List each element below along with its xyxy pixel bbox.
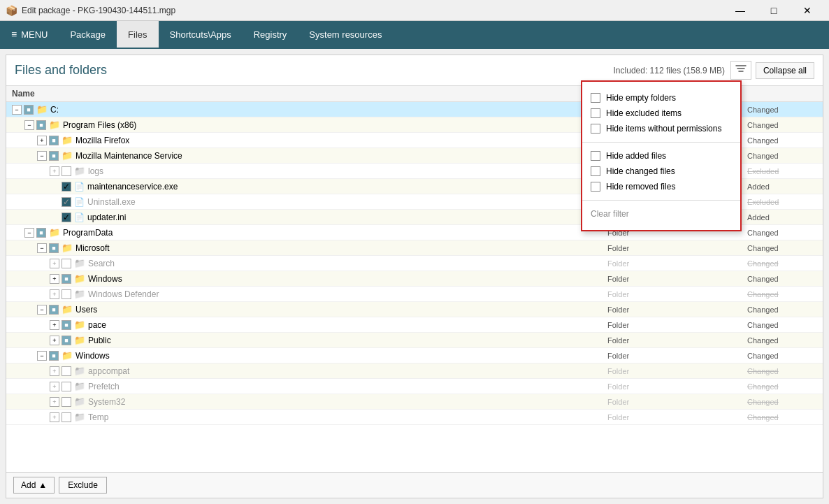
expand-button[interactable]: + xyxy=(50,320,59,330)
row-checkbox[interactable] xyxy=(62,366,71,376)
table-row[interactable]: +📁PrefetchFolderChanged xyxy=(6,379,823,394)
filter-option-label: Hide items without permissions xyxy=(606,124,721,134)
expand-button[interactable]: + xyxy=(50,412,59,422)
cell-name: −■📁Microsoft xyxy=(12,243,607,253)
menu-item-files[interactable]: Files xyxy=(117,21,158,49)
filter-option-hide-excluded[interactable]: Hide excluded items xyxy=(582,106,740,121)
row-checkbox[interactable] xyxy=(62,382,71,391)
cell-name: −■📁C: xyxy=(12,104,607,115)
row-checkbox[interactable] xyxy=(62,166,71,176)
table-row[interactable]: −■📁MicrosoftFolderChanged xyxy=(6,240,823,256)
folder-icon: 📁 xyxy=(62,304,73,315)
row-checkbox[interactable]: ■ xyxy=(49,305,59,315)
row-checkbox[interactable]: ✓ xyxy=(62,182,71,192)
table-row[interactable]: +■📁paceFolderChanged xyxy=(6,317,823,333)
filter-option-hide-empty[interactable]: Hide empty folders xyxy=(582,90,740,106)
file-name: logs xyxy=(88,166,103,176)
table-row[interactable]: −■📁UsersFolderChanged xyxy=(6,302,823,317)
cell-status: Changed xyxy=(747,121,817,129)
row-checkbox[interactable]: ✓ xyxy=(62,197,71,207)
cell-name: +■📁Mozilla Firefox xyxy=(12,135,607,145)
expand-button[interactable]: + xyxy=(50,366,59,376)
filter-checkbox xyxy=(591,166,600,176)
cell-status: Changed xyxy=(747,413,817,422)
collapse-button[interactable]: − xyxy=(37,351,47,361)
filter-section-1: Hide empty foldersHide excluded itemsHid… xyxy=(582,87,740,139)
cell-type: Folder xyxy=(607,352,663,360)
cell-status: Changed xyxy=(747,136,817,145)
exclude-button[interactable]: Exclude xyxy=(59,477,107,494)
collapse-button[interactable]: − xyxy=(37,243,47,253)
collapse-button[interactable]: − xyxy=(12,105,22,115)
filter-button[interactable] xyxy=(730,61,751,80)
filter-option-hide-added[interactable]: Hide added files xyxy=(582,148,740,164)
menu-item-package[interactable]: Package xyxy=(59,21,117,49)
table-row[interactable]: +📁appcompatFolderChanged xyxy=(6,363,823,379)
folder-excluded-icon: 📁 xyxy=(74,258,85,268)
collapse-button[interactable]: − xyxy=(24,228,34,238)
filter-option-hide-removed[interactable]: Hide removed files xyxy=(582,179,740,194)
row-checkbox[interactable]: ■ xyxy=(49,136,59,145)
table-row[interactable]: +📁Windows DefenderFolderChanged xyxy=(6,287,823,302)
file-name: Uninstall.exe xyxy=(87,197,136,207)
row-checkbox[interactable]: ■ xyxy=(62,274,71,284)
table-row[interactable]: +📁TempFolderChanged xyxy=(6,410,823,425)
expand-button[interactable]: + xyxy=(37,136,47,145)
file-name: Windows xyxy=(88,274,122,284)
row-checkbox[interactable] xyxy=(62,259,71,268)
cell-type: Folder xyxy=(607,398,663,406)
maximize-button[interactable]: □ xyxy=(758,0,790,21)
add-button[interactable]: Add ▲ xyxy=(13,477,55,494)
collapse-all-button[interactable]: Collapse all xyxy=(756,62,814,79)
row-checkbox[interactable]: ■ xyxy=(36,120,46,130)
filter-option-hide-changed[interactable]: Hide changed files xyxy=(582,164,740,179)
expand-button[interactable]: + xyxy=(50,259,59,268)
folder-icon: 📁 xyxy=(74,335,85,345)
clear-filter-button[interactable]: Clear filter xyxy=(582,206,740,222)
expand-button[interactable]: + xyxy=(50,336,59,345)
filter-option-hide-no-perms[interactable]: Hide items without permissions xyxy=(582,121,740,136)
cell-name: +📁appcompat xyxy=(12,366,607,376)
menu-item-menu[interactable]: ≡ MENU xyxy=(0,21,59,49)
expand-button[interactable]: + xyxy=(50,397,59,407)
folder-excluded-icon: 📁 xyxy=(74,166,85,176)
expand-button[interactable]: + xyxy=(50,382,59,391)
collapse-button[interactable]: − xyxy=(37,151,47,161)
table-row[interactable]: +■📁WindowsFolderChanged xyxy=(6,271,823,287)
close-button[interactable]: ✕ xyxy=(791,0,823,21)
row-checkbox[interactable] xyxy=(62,412,71,422)
row-checkbox[interactable]: ■ xyxy=(62,336,71,345)
row-checkbox[interactable]: ■ xyxy=(49,351,59,361)
row-checkbox[interactable]: ✓ xyxy=(62,213,71,222)
table-row[interactable]: +📁System32FolderChanged xyxy=(6,394,823,410)
file-name: System32 xyxy=(88,397,125,407)
cell-status: Changed xyxy=(747,275,817,283)
row-checkbox[interactable]: ■ xyxy=(49,243,59,253)
expand-button[interactable]: + xyxy=(50,289,59,299)
row-checkbox[interactable] xyxy=(62,289,71,299)
table-row[interactable]: +📁SearchFolderChanged xyxy=(6,256,823,271)
folder-icon: 📁 xyxy=(74,273,85,284)
expand-button[interactable]: + xyxy=(50,274,59,284)
menu-item-shortcuts[interactable]: Shortcuts\Apps xyxy=(159,21,243,49)
collapse-button[interactable]: − xyxy=(37,305,47,315)
table-row[interactable]: −■📁WindowsFolderChanged xyxy=(6,348,823,363)
table-row[interactable]: +■📁PublicFolderChanged xyxy=(6,333,823,348)
row-checkbox[interactable] xyxy=(62,397,71,407)
file-name: Mozilla Firefox xyxy=(75,136,129,145)
cell-type: Folder xyxy=(607,305,663,314)
row-checkbox[interactable]: ■ xyxy=(36,228,46,238)
row-checkbox[interactable]: ■ xyxy=(62,320,71,330)
folder-excluded-icon: 📁 xyxy=(74,412,85,422)
file-name: maintenanceservice.exe xyxy=(87,182,178,192)
folder-icon: 📁 xyxy=(36,104,48,115)
cell-type: Folder xyxy=(607,382,663,391)
menu-item-registry[interactable]: Registry xyxy=(243,21,298,49)
expand-button[interactable]: + xyxy=(50,166,59,176)
row-checkbox[interactable]: ■ xyxy=(49,151,59,161)
minimize-button[interactable]: — xyxy=(724,0,756,21)
menu-item-system-resources[interactable]: System resources xyxy=(298,21,393,49)
collapse-button[interactable]: − xyxy=(24,120,34,130)
folder-excluded-icon: 📁 xyxy=(74,381,85,391)
row-checkbox[interactable]: ■ xyxy=(24,105,34,115)
